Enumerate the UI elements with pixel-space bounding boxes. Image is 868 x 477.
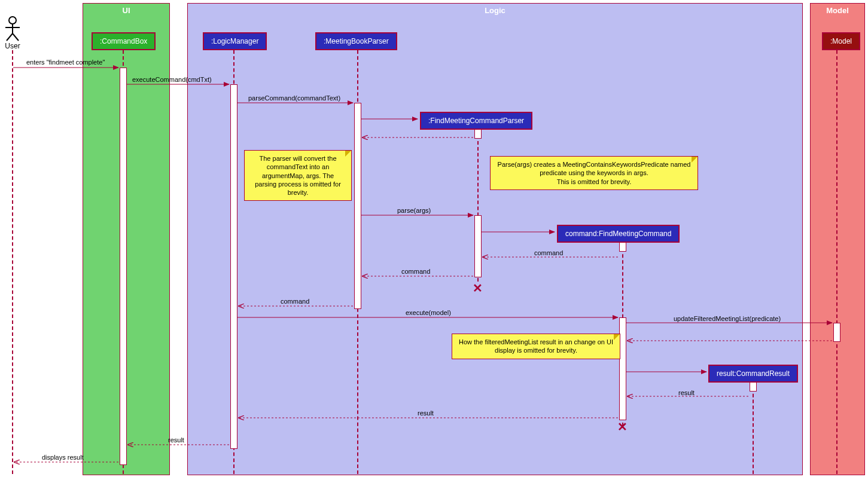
- msg-result1: result: [678, 389, 695, 396]
- fmcp-activation2: [474, 215, 482, 277]
- commandbox-participant: :CommandBox: [92, 32, 156, 50]
- msg-result2: result: [418, 409, 434, 417]
- ui-title: UI: [123, 6, 130, 15]
- user-label: User: [4, 42, 22, 50]
- model-activation: [833, 323, 840, 342]
- cr-lifeline: [753, 382, 754, 474]
- fmc-destroy: ✕: [617, 420, 628, 434]
- note-parseargs: Parse(args) creates a MeetingContainsKey…: [490, 156, 698, 190]
- fmc-activation1: [619, 242, 626, 252]
- commandbox-activation: [120, 68, 127, 465]
- logicmanager-participant: :LogicManager: [203, 32, 267, 50]
- msg-command1: command: [534, 249, 563, 256]
- note-parser: The parser will convert the commandText …: [244, 150, 352, 201]
- model-lifeline2: [836, 50, 837, 474]
- msg-command2: command: [401, 268, 430, 275]
- msg-parsecommand: parseCommand(commandText): [248, 94, 340, 102]
- svg-line-4: [13, 33, 19, 41]
- meetingbookparser-participant: :MeetingBookParser: [315, 32, 397, 50]
- user-actor: User: [4, 16, 22, 50]
- model-container: Model: [810, 3, 865, 475]
- fmc-activation2: [619, 317, 626, 420]
- findmeetingcommand-participant: command:FindMeetingCommand: [557, 225, 680, 243]
- svg-point-0: [9, 17, 16, 24]
- msg-executecommand: executeCommand(cmdTxt): [132, 76, 212, 83]
- model-title: Model: [826, 6, 849, 15]
- model-participant: :Model: [822, 32, 860, 50]
- msg-execute: execute(model): [406, 309, 451, 316]
- mbp-activation: [354, 103, 361, 309]
- msg-result3: result: [168, 436, 184, 444]
- msg-displays: displays result: [42, 454, 84, 461]
- msg-enters: enters "findmeet complete": [26, 59, 105, 66]
- logicmanager-activation: [230, 84, 237, 449]
- msg-parseargs: parse(args): [397, 207, 431, 214]
- msg-updatefiltered: updateFilteredMeetingList(predicate): [674, 315, 781, 322]
- note-filtered: How the filteredMeetingList result in an…: [452, 334, 620, 359]
- fmcp-destroy: ✕: [473, 281, 483, 295]
- cr-activation: [750, 382, 757, 392]
- commandresult-participant: result:CommandResult: [708, 365, 798, 383]
- findmeetingcommandparser-participant: :FindMeetingCommandParser: [420, 112, 532, 130]
- user-lifeline: [12, 50, 13, 474]
- logic-container: Logic: [187, 3, 803, 475]
- logic-title: Logic: [485, 6, 505, 15]
- svg-line-3: [7, 33, 13, 41]
- fmcp-activation1: [474, 129, 482, 139]
- msg-command3: command: [281, 298, 309, 305]
